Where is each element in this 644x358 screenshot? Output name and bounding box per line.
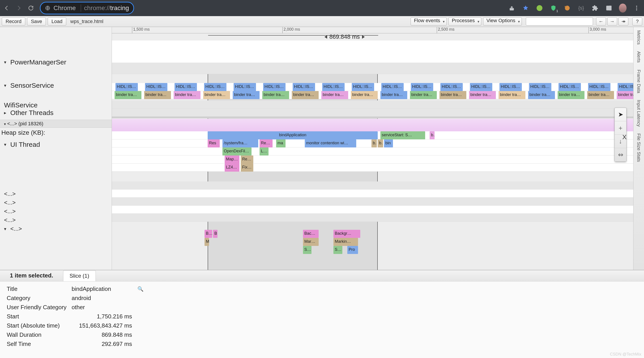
event-binder[interactable]: binder tra… xyxy=(203,91,230,99)
event-bl[interactable]: bl xyxy=(430,131,434,140)
magnify-icon[interactable]: 🔍 xyxy=(138,286,144,292)
event-hidl[interactable]: HIDL::IS… xyxy=(529,83,551,91)
event-hidl[interactable]: HIDL::IS… xyxy=(558,83,581,91)
event-monitor[interactable]: monitor contention wi… xyxy=(305,140,356,148)
save-button[interactable]: Save xyxy=(27,18,46,26)
event-bin[interactable]: bin xyxy=(384,140,393,148)
thread-unnamed-exp[interactable]: ▾<...> xyxy=(0,224,112,233)
event-binder[interactable]: binder tra… xyxy=(233,91,260,99)
panel-icon[interactable] xyxy=(605,4,613,12)
event-bac[interactable]: Bac… xyxy=(303,230,319,238)
share-icon[interactable] xyxy=(508,4,516,12)
event-hidl[interactable]: HIDL::IS… xyxy=(440,83,463,91)
kebab-menu-icon[interactable] xyxy=(633,4,640,12)
view-options-select[interactable]: View Options xyxy=(483,18,522,26)
event-hidl[interactable]: HIDL::IS… xyxy=(293,83,315,91)
side-tab-framedata[interactable]: Frame Data xyxy=(636,70,641,93)
extensions-icon[interactable] xyxy=(591,4,599,12)
slice-tab[interactable]: Slice (1) xyxy=(63,270,96,281)
event-binder[interactable]: binder tra… xyxy=(469,91,496,99)
avatar[interactable] xyxy=(619,4,626,12)
timing-tool-icon[interactable]: ⇔ xyxy=(615,148,626,162)
processes-select[interactable]: Processes xyxy=(448,18,481,26)
event-bl[interactable]: bl xyxy=(372,140,377,148)
event-hidl[interactable]: HIDL::IS… xyxy=(263,83,286,91)
thread-unnamed[interactable]: <...> xyxy=(0,198,112,207)
address-bar[interactable]: Chrome chrome://tracing xyxy=(40,2,134,14)
nav-prev-button[interactable]: ← xyxy=(596,18,606,26)
thread-unnamed[interactable]: <...> xyxy=(0,216,112,224)
event-hidl[interactable]: HIDL::IS… xyxy=(618,83,633,91)
event-hidl[interactable]: HIDL::IS… xyxy=(174,83,197,91)
event-hidl[interactable]: HIDL::IS… xyxy=(322,83,344,91)
event-binder[interactable]: binder tra… xyxy=(262,91,289,99)
event-hidl[interactable]: HIDL::IS… xyxy=(500,83,522,91)
reload-button[interactable] xyxy=(28,5,34,11)
flow-events-select[interactable]: Flow events xyxy=(410,18,447,26)
event-binder[interactable]: binder tra… xyxy=(587,91,614,99)
shield-icon[interactable]: 1 xyxy=(550,4,557,12)
thread-unnamed[interactable]: <...> xyxy=(0,207,112,216)
event-hidl[interactable]: HIDL::IS… xyxy=(116,83,138,91)
event-system-fra[interactable]: /system/fra… xyxy=(222,140,258,148)
bookmark-star-icon[interactable] xyxy=(522,4,530,12)
event-bindapplication[interactable]: bindApplication xyxy=(208,131,378,140)
event-lz4[interactable]: LZ4… xyxy=(225,164,240,172)
event-s2[interactable]: S… xyxy=(334,246,342,254)
event-binder[interactable]: binder tra… xyxy=(144,91,171,99)
event-mar[interactable]: Mar… xyxy=(303,238,319,246)
side-tab-inputlatency[interactable]: Input Latency xyxy=(636,100,641,127)
event-rel[interactable]: Rel… xyxy=(241,156,253,164)
event-binder[interactable]: binder tra… xyxy=(321,91,348,99)
event-hidl[interactable]: HIDL::IS… xyxy=(588,83,610,91)
thread-wifiservice[interactable]: WifiService xyxy=(0,100,112,109)
event-binder[interactable]: binder tra… xyxy=(292,91,319,99)
nav-next-button[interactable]: → xyxy=(607,18,617,26)
heap-track[interactable] xyxy=(112,119,633,131)
event-hidl[interactable]: HIDL::IS… xyxy=(234,83,256,91)
event-res[interactable]: Res xyxy=(208,140,220,148)
event-l[interactable]: L… xyxy=(260,148,268,156)
event-binder[interactable]: binder tra… xyxy=(410,91,437,99)
event-hidl[interactable]: HIDL::IS… xyxy=(470,83,492,91)
event-binder[interactable]: binder tra… xyxy=(174,91,200,99)
event-m[interactable]: M xyxy=(204,238,209,246)
forward-button[interactable] xyxy=(16,5,22,11)
help-button[interactable]: ? xyxy=(632,18,642,26)
event-backgr[interactable]: Backgr… xyxy=(334,230,360,238)
event-hidl[interactable]: HIDL::IS… xyxy=(411,83,433,91)
thread-unnamed[interactable]: <...> xyxy=(0,190,112,198)
event-binder[interactable]: binder tra… xyxy=(558,91,584,99)
timeline[interactable]: 1,500 ms 2,000 ms 2,500 ms 3,000 ms 869.… xyxy=(112,27,633,270)
event-binder[interactable]: binder tra… xyxy=(498,91,526,99)
event-binder[interactable]: binder tra… xyxy=(440,91,466,99)
event-ba[interactable]: Ba xyxy=(204,230,212,238)
record-button[interactable]: Record xyxy=(2,18,25,26)
search-input[interactable] xyxy=(526,18,593,26)
event-b[interactable]: B xyxy=(213,230,218,238)
thread-other[interactable]: ▸Other Threads xyxy=(0,109,112,120)
profile-dot-icon[interactable] xyxy=(536,4,543,12)
thread-powermanager[interactable]: ▾PowerManagerSer xyxy=(0,55,112,69)
event-binder[interactable]: binder tra… xyxy=(114,91,142,99)
event-map[interactable]: Map… xyxy=(225,156,240,164)
event-pro[interactable]: Pro xyxy=(347,246,358,254)
event-fix[interactable]: Fix… xyxy=(241,164,253,172)
close-x-button[interactable]: X xyxy=(622,134,626,141)
back-button[interactable] xyxy=(4,5,10,11)
thread-sensorservice[interactable]: ▾SensorService xyxy=(0,78,112,92)
side-tab-metrics[interactable]: Metrics xyxy=(636,30,641,44)
side-tab-alerts[interactable]: Alerts xyxy=(636,51,641,63)
event-binder[interactable]: binder tra… xyxy=(380,91,407,99)
refresh-ext-icon[interactable] xyxy=(564,4,571,12)
event-hidl[interactable]: HIDL::IS… xyxy=(145,83,168,91)
process-pid-row[interactable]: ▾ <...> (pid 18326) xyxy=(0,120,112,128)
pointer-tool-icon[interactable]: ➤ xyxy=(615,108,626,121)
event-hidl[interactable]: HIDL::IS… xyxy=(204,83,226,91)
zoom-in-tool-icon[interactable]: ＋ xyxy=(615,121,626,135)
nav-fast-button[interactable]: ↠ xyxy=(618,18,628,26)
event-binder[interactable]: binder tra… xyxy=(617,91,633,99)
load-button[interactable]: Load xyxy=(48,18,66,26)
event-bi[interactable]: bi xyxy=(378,140,383,148)
event-s[interactable]: S… xyxy=(303,246,312,254)
